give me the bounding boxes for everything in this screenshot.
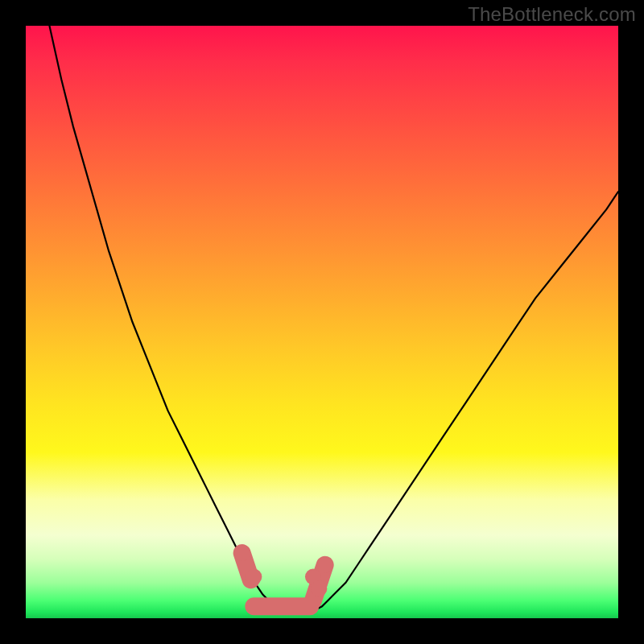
marker-dot (311, 580, 327, 597)
pink-markers (234, 545, 333, 597)
right-curve (316, 192, 618, 609)
marker-dot (317, 557, 333, 573)
watermark-text: TheBottleneck.com (468, 3, 636, 26)
marker-dot (246, 568, 262, 584)
left-curve (49, 26, 280, 609)
marker-dot (234, 545, 250, 561)
chart-container: TheBottleneck.com (0, 0, 644, 644)
plot-area (26, 26, 618, 618)
curve-layer (26, 26, 618, 618)
